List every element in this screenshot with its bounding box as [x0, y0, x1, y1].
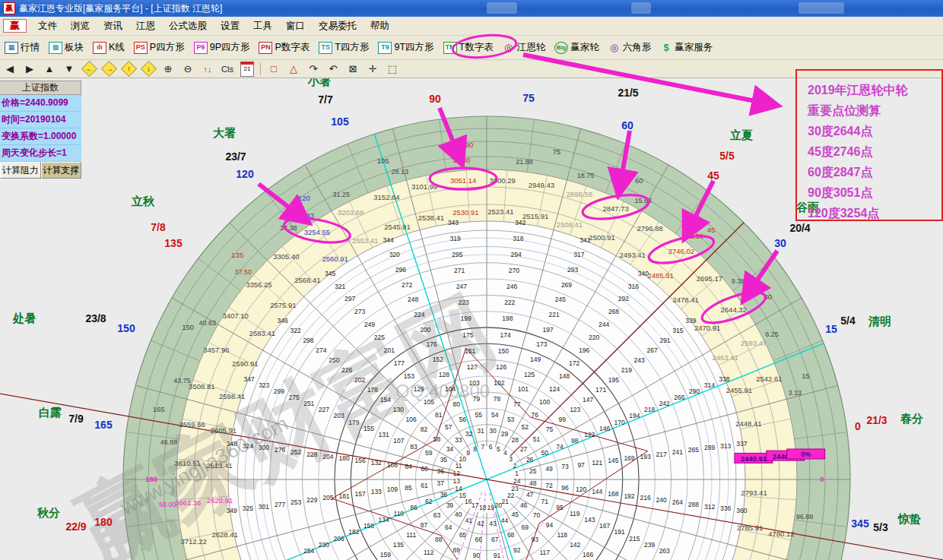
svg-text:5/4: 5/4 — [840, 315, 856, 327]
toolbar-button-P四方形[interactable]: PSP四方形 — [130, 39, 189, 56]
svg-text:149: 149 — [530, 356, 541, 363]
svg-text:5/3: 5/3 — [873, 521, 888, 533]
menu-文件[interactable]: 文件 — [31, 17, 64, 35]
svg-text:219: 219 — [621, 366, 632, 374]
svg-text:80: 80 — [453, 400, 461, 408]
svg-text:268: 268 — [608, 308, 619, 315]
toolbar-button-江恩轮[interactable]: ◎江恩轮 — [499, 39, 550, 56]
menu-浏览[interactable]: 浏览 — [64, 17, 97, 35]
svg-text:293: 293 — [567, 266, 578, 274]
svg-text:199: 199 — [460, 315, 471, 322]
rotate-cw-tool[interactable]: ↷ — [304, 62, 322, 76]
svg-text:30: 30 — [774, 237, 786, 249]
svg-text:2523.41: 2523.41 — [487, 207, 513, 216]
svg-text:59: 59 — [425, 449, 433, 457]
calendar-button[interactable]: 21 — [238, 62, 256, 76]
svg-text:224: 224 — [414, 311, 424, 318]
svg-text:2568.41: 2568.41 — [294, 276, 320, 284]
updown-button[interactable]: ↑↓ — [198, 62, 217, 76]
svg-text:3407.10: 3407.10 — [222, 312, 248, 320]
down-button[interactable]: ▼ — [60, 62, 78, 76]
toolbar-button-板块[interactable]: ▩板块 — [45, 39, 87, 56]
toolbar-button-K线[interactable]: ılıK线 — [89, 39, 129, 56]
zoom-in-button[interactable]: ⊕ — [159, 62, 177, 76]
toolbar-button-9T四方形[interactable]: T99T四方形 — [374, 39, 437, 56]
menu-资讯[interactable]: 资讯 — [97, 17, 129, 35]
t9-icon: T9 — [378, 42, 392, 54]
svg-text:191: 191 — [614, 528, 625, 536]
cls-button[interactable]: Cls — [218, 62, 237, 76]
back-button[interactable]: ◀ — [1, 62, 19, 76]
toolbar-button-P数字表[interactable]: PNP数字表 — [255, 39, 313, 56]
main-toolbar: ▦行情▩板块ılıK线PSP四方形P99P四方形PNP数字表TST四方形T99T… — [0, 36, 943, 60]
table-icon: ▦ — [5, 42, 18, 54]
toolbar-button-赢家轮[interactable]: Big赢家轮 — [551, 39, 603, 56]
calc-support-button[interactable]: 计算支撑 — [41, 162, 82, 179]
rect-tool[interactable]: □ — [265, 62, 283, 76]
toolbar-button-行情[interactable]: ▦行情 — [1, 39, 43, 56]
kline-icon: ılı — [93, 42, 106, 54]
svg-text:266: 266 — [674, 394, 684, 401]
svg-text:2500.91: 2500.91 — [589, 233, 614, 242]
svg-text:198: 198 — [502, 315, 513, 322]
svg-text:172: 172 — [569, 359, 579, 367]
zoom-out-button[interactable]: ⊖ — [179, 62, 197, 76]
toolbar-button-赢家服务[interactable]: $赢家服务 — [656, 39, 716, 56]
svg-text:169: 169 — [624, 454, 634, 462]
menu-交易委托[interactable]: 交易委托 — [312, 17, 364, 35]
pan-right-button[interactable]: → — [100, 62, 118, 76]
svg-text:99: 99 — [559, 416, 567, 423]
pan-down-button[interactable]: ↓ — [139, 62, 157, 76]
svg-text:89: 89 — [453, 546, 461, 554]
svg-text:2448.41: 2448.41 — [735, 419, 761, 428]
svg-text:3457.96: 3457.96 — [203, 346, 229, 354]
svg-text:60: 60 — [421, 465, 428, 473]
pan-up-button[interactable]: ↑ — [119, 62, 138, 76]
xbox-tool[interactable]: ⊠ — [344, 62, 362, 76]
menu-bar: 赢 文件浏览资讯江恩公式选股设置工具窗口交易委托帮助 — [0, 17, 943, 36]
svg-text:6: 6 — [489, 443, 493, 451]
svg-text:93: 93 — [532, 536, 539, 543]
center-tool[interactable]: ✛ — [364, 62, 382, 76]
menu-工具[interactable]: 工具 — [246, 17, 279, 35]
forward-button[interactable]: ▶ — [21, 62, 39, 76]
svg-text:27: 27 — [520, 445, 528, 453]
svg-text:31.25: 31.25 — [333, 191, 351, 198]
svg-text:290: 290 — [689, 388, 700, 395]
toolbar-button-T四方形[interactable]: TST四方形 — [315, 39, 373, 56]
svg-text:66: 66 — [475, 536, 482, 543]
triangle-tool[interactable]: △ — [284, 62, 303, 76]
svg-text:立秋: 立秋 — [131, 195, 155, 207]
svg-text:2785.91: 2785.91 — [737, 524, 763, 532]
menu-窗口[interactable]: 窗口 — [279, 17, 312, 35]
svg-text:317: 317 — [573, 251, 584, 258]
svg-text:70: 70 — [533, 511, 541, 519]
calc-resistance-button[interactable]: 计算阻力 — [0, 162, 41, 179]
select-box-tool[interactable]: ⬚ — [383, 62, 402, 76]
svg-text:23: 23 — [511, 485, 519, 492]
svg-text:320: 320 — [389, 251, 400, 258]
menu-江恩[interactable]: 江恩 — [129, 17, 162, 35]
toolbar-button-六角形[interactable]: ◎六角形 — [605, 39, 656, 56]
menu-帮助[interactable]: 帮助 — [364, 17, 396, 35]
menu-设置[interactable]: 设置 — [214, 17, 246, 35]
svg-text:299: 299 — [274, 388, 284, 395]
svg-text:150: 150 — [498, 347, 509, 355]
svg-text:2613.41: 2613.41 — [206, 461, 232, 470]
svg-text:23/7: 23/7 — [225, 150, 246, 163]
svg-text:75: 75 — [552, 147, 560, 156]
pan-left-button[interactable]: ← — [80, 62, 98, 76]
toolbar-button-T数字表[interactable]: TNT数字表 — [440, 39, 497, 56]
svg-text:84: 84 — [405, 463, 412, 470]
svg-text:171: 171 — [595, 386, 606, 394]
annotation-line: 120度3254点 — [808, 203, 934, 223]
toolbar-label: 9T四方形 — [394, 41, 433, 54]
toolbar-button-9P四方形[interactable]: P99P四方形 — [190, 39, 254, 56]
svg-text:7/8: 7/8 — [151, 221, 166, 233]
svg-text:120: 120 — [576, 486, 586, 493]
svg-text:2440.91: 2440.91 — [741, 454, 767, 463]
up-button[interactable]: ▲ — [40, 62, 59, 76]
svg-text:42: 42 — [477, 520, 484, 527]
rotate-ccw-tool[interactable]: ↶ — [324, 62, 342, 76]
menu-公式选股[interactable]: 公式选股 — [162, 17, 214, 35]
